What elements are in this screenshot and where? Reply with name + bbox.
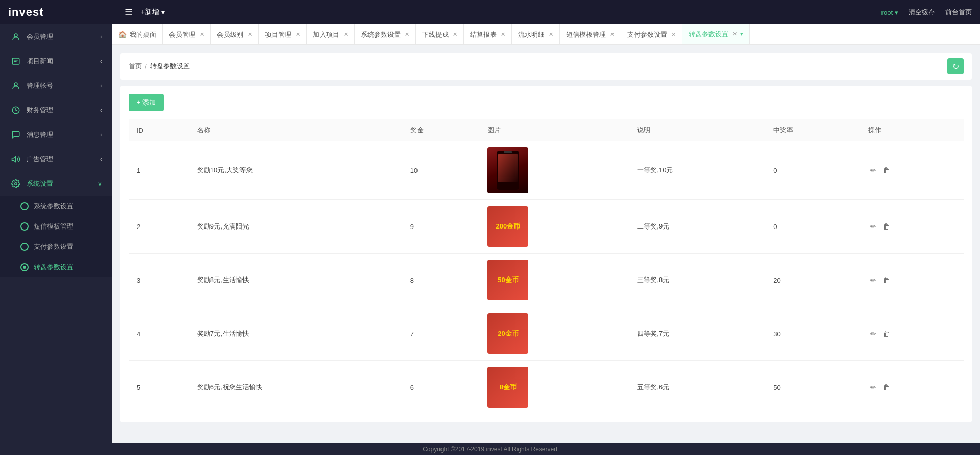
tab-offline-income[interactable]: 下线提成 ✕ [416, 24, 464, 45]
tab-label: 支付参数设置 [627, 30, 667, 39]
sidebar-item-finance[interactable]: 财务管理 ‹ [0, 98, 112, 122]
tabs-bar: 🏠 我的桌面 会员管理 ✕ 会员级别 ✕ 项目管理 ✕ 加入项目 ✕ 系统参数设… [112, 24, 980, 45]
main-content: 首页 / 转盘参数设置 ↻ + 添加 ID 名称 奖金 图片 说明 中奖率 操作… [112, 45, 980, 443]
tab-pay-params[interactable]: 支付参数设置 ✕ [621, 24, 682, 45]
tab-label: 流水明细 [518, 30, 545, 39]
tab-sys-params[interactable]: 系统参数设置 ✕ [355, 24, 416, 45]
tab-close-icon[interactable]: ✕ [610, 31, 615, 38]
clear-cache-button[interactable]: 清空缓存 [909, 8, 935, 17]
sidebar-subitem-label: 系统参数设置 [34, 201, 74, 211]
new-button[interactable]: +新增 ▾ [141, 8, 165, 17]
breadcrumb-home[interactable]: 首页 [129, 62, 142, 71]
chevron-icon: ‹ [100, 82, 102, 89]
sidebar-item-advert[interactable]: 广告管理 ‹ [0, 147, 112, 171]
tab-close-icon[interactable]: ✕ [671, 31, 676, 38]
cell-name: 奖励8元,生活愉快 [189, 254, 402, 307]
cell-action: ✏ 🗑 [860, 307, 964, 361]
edit-button[interactable]: ✏ [868, 328, 878, 339]
menu-toggle-button[interactable]: ☰ [120, 5, 137, 20]
tab-close-icon[interactable]: ✕ [549, 31, 553, 38]
cell-action: ✏ 🗑 [860, 254, 964, 307]
sidebar-item-member[interactable]: 会员管理 ‹ [0, 24, 112, 49]
tab-join-project[interactable]: 加入项目 ✕ [307, 24, 355, 45]
cell-action: ✏ 🗑 [860, 361, 964, 414]
cell-desc: 三等奖,8元 [629, 254, 765, 307]
sidebar-item-project-news[interactable]: 项目新闻 ‹ [0, 49, 112, 73]
sidebar-subitem-sms-template[interactable]: 短信模板管理 [0, 216, 112, 237]
cell-name: 奖励7元,生活愉快 [189, 307, 402, 361]
dot-icon [20, 202, 29, 210]
tab-settle-report[interactable]: 结算报表 ✕ [464, 24, 512, 45]
cell-rate: 30 [765, 307, 860, 361]
col-header-name: 名称 [189, 119, 402, 141]
tab-close-icon[interactable]: ✕ [296, 31, 300, 38]
tab-my-desk[interactable]: 🏠 我的桌面 [112, 24, 163, 45]
sidebar-item-manage-account[interactable]: 管理帐号 ‹ [0, 73, 112, 98]
sidebar-subitem-sys-params[interactable]: 系统参数设置 [0, 196, 112, 216]
account-icon [10, 80, 21, 91]
sidebar-item-label: 会员管理 [27, 32, 53, 41]
col-header-img: 图片 [479, 119, 629, 141]
news-icon [10, 56, 21, 67]
col-header-desc: 说明 [629, 119, 765, 141]
delete-button[interactable]: 🗑 [880, 328, 892, 339]
sidebar-subitem-label: 转盘参数设置 [34, 263, 74, 272]
cell-prize: 6 [402, 361, 480, 414]
cell-rate: 0 [765, 200, 860, 254]
sidebar-item-system[interactable]: 系统设置 ∨ [0, 171, 112, 196]
finance-icon [10, 105, 21, 116]
edit-button[interactable]: ✏ [868, 221, 878, 232]
cell-action: ✏ 🗑 [860, 141, 964, 200]
breadcrumb-current: 转盘参数设置 [150, 62, 190, 71]
front-page-button[interactable]: 前台首页 [945, 8, 972, 17]
edit-button[interactable]: ✏ [868, 275, 878, 285]
tab-close-icon[interactable]: ✕ [453, 31, 457, 38]
refresh-button[interactable]: ↻ [947, 58, 964, 74]
delete-button[interactable]: 🗑 [880, 221, 892, 232]
sidebar-subitem-label: 短信模板管理 [34, 222, 74, 231]
chevron-down-icon[interactable]: ▾ [740, 31, 743, 37]
sidebar-item-label: 项目新闻 [27, 57, 53, 66]
tab-member-mgmt[interactable]: 会员管理 ✕ [163, 24, 211, 45]
chevron-icon: ‹ [100, 156, 102, 163]
cell-image: 8金币 [479, 361, 629, 414]
tab-close-icon[interactable]: ✕ [732, 31, 737, 37]
delete-button[interactable]: 🗑 [880, 165, 892, 175]
sidebar-item-label: 财务管理 [27, 106, 53, 115]
sidebar-subitem-pay-params[interactable]: 支付参数设置 [0, 237, 112, 257]
cell-name: 奖励10元,大奖等您 [189, 141, 402, 200]
header: invest ☰ +新增 ▾ root ▾ 清空缓存 前台首页 [0, 0, 980, 24]
tab-close-icon[interactable]: ✕ [200, 31, 204, 38]
svg-rect-11 [504, 151, 512, 153]
tab-close-icon[interactable]: ✕ [344, 31, 348, 38]
user-label: root [881, 9, 893, 16]
sidebar-item-label: 管理帐号 [27, 81, 53, 90]
sidebar-subitem-wheel-params[interactable]: 转盘参数设置 [0, 257, 112, 277]
sidebar: 会员管理 ‹ 项目新闻 ‹ 管理帐号 ‹ 财务管理 ‹ 消息管理 ‹ 广告管理 … [0, 24, 112, 443]
tab-label: 我的桌面 [130, 30, 156, 39]
edit-button[interactable]: ✏ [868, 382, 878, 392]
chevron-down-icon: ▾ [895, 9, 898, 16]
tab-project-mgmt[interactable]: 项目管理 ✕ [259, 24, 307, 45]
user-menu[interactable]: root ▾ [881, 9, 898, 16]
tab-close-icon[interactable]: ✕ [501, 31, 505, 38]
table-row: 4奖励7元,生活愉快720金币四等奖,7元30 ✏ 🗑 [129, 307, 964, 361]
delete-button[interactable]: 🗑 [880, 275, 892, 285]
header-right: root ▾ 清空缓存 前台首页 [881, 8, 972, 17]
svg-point-7 [15, 183, 17, 185]
sidebar-item-message[interactable]: 消息管理 ‹ [0, 122, 112, 147]
chevron-down-icon: ▾ [161, 8, 165, 16]
table-row: 2奖励9元,充满阳光9200金币二等奖,9元0 ✏ 🗑 [129, 200, 964, 254]
tab-close-icon[interactable]: ✕ [405, 31, 409, 38]
table-row: 1奖励10元,大奖等您10 一等奖,10元0 ✏ 🗑 [129, 141, 964, 200]
add-button[interactable]: + 添加 [129, 94, 164, 111]
tab-close-icon[interactable]: ✕ [248, 31, 252, 38]
edit-button[interactable]: ✏ [868, 165, 878, 175]
cell-rate: 50 [765, 361, 860, 414]
tab-sms-template[interactable]: 短信模板管理 ✕ [560, 24, 621, 45]
tab-flow-detail[interactable]: 流水明细 ✕ [512, 24, 560, 45]
tab-member-level[interactable]: 会员级别 ✕ [211, 24, 259, 45]
tab-wheel-params[interactable]: 转盘参数设置 ✕ ▾ [682, 24, 750, 45]
message-icon [10, 129, 21, 140]
delete-button[interactable]: 🗑 [880, 382, 892, 392]
